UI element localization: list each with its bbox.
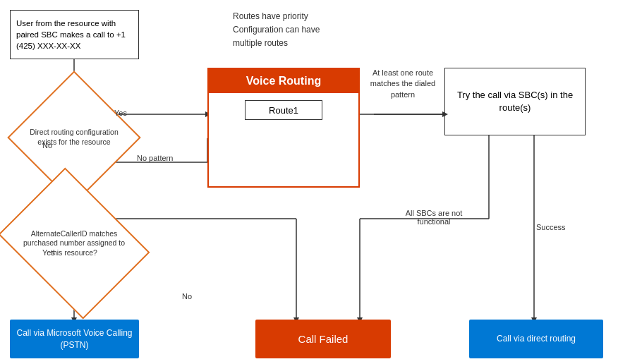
label-success: Success: [536, 223, 566, 231]
call-via-ms-box: Call via Microsoft Voice Calling (PSTN): [10, 320, 139, 358]
route1-box: Route1: [245, 100, 322, 120]
voice-routing-header: Voice Routing: [209, 69, 358, 93]
diamond-alternatecallerid: AlternateCallerID matches purchased numb…: [14, 196, 134, 291]
start-note: User from the resource with paired SBC m…: [10, 10, 139, 59]
voice-routing-container: Voice Routing Route 3 Route 2 Route1: [207, 68, 360, 188]
diamond2-label: AlternateCallerID matches purchased numb…: [14, 226, 134, 261]
try-sbc-box: Try the call via SBC(s) in the route(s): [444, 68, 586, 135]
label-no-pattern: No pattern: [137, 154, 173, 162]
call-direct-box: Call via direct routing: [469, 320, 603, 358]
at-least-note: At least one route matches the dialed pa…: [364, 68, 442, 100]
label-all-sbc: All SBCs are not functional: [395, 209, 473, 226]
routes-note: Routes have priority Configuration can h…: [233, 10, 320, 51]
diamond1-label: Direct routing configuration exists for …: [27, 125, 121, 150]
diagram: User from the resource with paired SBC m…: [0, 0, 618, 364]
diamond-direct-routing: Direct routing configuration exists for …: [27, 90, 121, 185]
label-yes1: Yes: [114, 109, 127, 117]
label-no2: No: [182, 292, 192, 301]
call-failed-box: Call Failed: [255, 320, 391, 358]
